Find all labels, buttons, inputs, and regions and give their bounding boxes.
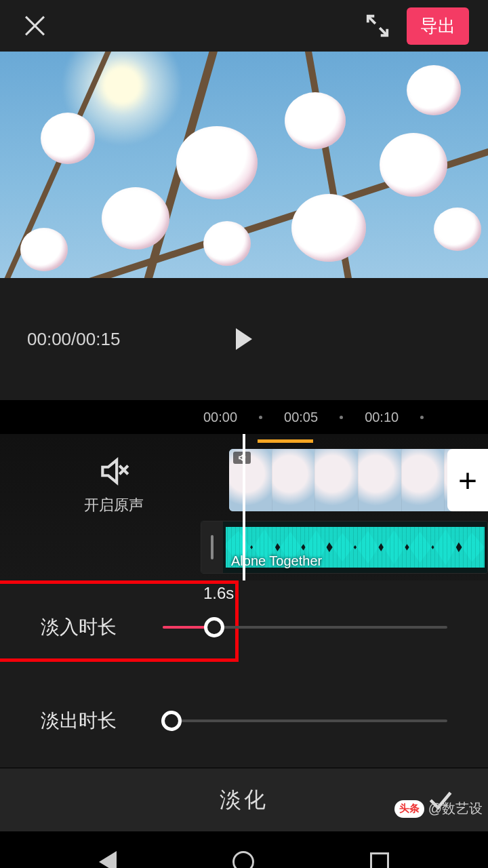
watermark-text: @数艺设 <box>428 800 483 818</box>
fade-in-label: 淡入时长 <box>41 614 163 640</box>
original-sound-toggle[interactable]: 开启原声 <box>0 454 228 515</box>
audio-handle[interactable] <box>201 521 223 573</box>
panel-title: 淡化 <box>220 785 268 815</box>
ruler-dot <box>340 416 343 419</box>
export-button[interactable]: 导出 <box>407 7 469 45</box>
timeline[interactable]: 开启原声 + Alone Together <box>0 434 488 580</box>
top-right-group: 导出 <box>365 7 469 45</box>
timeline-ruler[interactable]: 00:00 00:05 00:10 <box>0 400 488 434</box>
play-icon[interactable] <box>236 328 252 350</box>
add-clip-button[interactable]: + <box>447 449 488 511</box>
watermark-badge: 头条 <box>394 800 424 818</box>
video-preview[interactable] <box>0 52 488 278</box>
nav-recent-icon[interactable] <box>370 852 389 868</box>
fade-in-slider[interactable]: 1.6s <box>163 607 447 648</box>
original-sound-label: 开启原声 <box>0 495 228 515</box>
fade-out-slider[interactable] <box>163 701 447 741</box>
time-mark: 00:10 <box>365 410 399 425</box>
fade-panel: 淡入时长 1.6s 淡出时长 <box>0 580 488 768</box>
ruler-dot <box>259 416 262 419</box>
close-icon[interactable] <box>23 14 46 37</box>
watermark: 头条 @数艺设 <box>394 800 483 818</box>
fade-out-row: 淡出时长 <box>0 674 488 768</box>
clip-accent <box>258 439 313 443</box>
fullscreen-icon[interactable] <box>365 13 390 39</box>
nav-home-icon[interactable] <box>232 851 254 868</box>
fade-out-label: 淡出时长 <box>41 708 163 734</box>
time-mark: 00:05 <box>284 410 318 425</box>
system-nav-bar <box>0 831 488 868</box>
time-mark: 00:00 <box>203 410 237 425</box>
fade-in-value: 1.6s <box>203 584 488 603</box>
clip-mute-icon <box>233 452 251 464</box>
top-bar: 导出 <box>0 0 488 52</box>
fade-in-row: 淡入时长 1.6s <box>0 580 488 674</box>
nav-back-icon[interactable] <box>99 851 117 868</box>
player-bar: 00:00/00:15 <box>0 278 488 400</box>
ruler-dot <box>420 416 424 419</box>
time-indicator: 00:00/00:15 <box>27 329 120 350</box>
playhead[interactable] <box>243 434 245 580</box>
